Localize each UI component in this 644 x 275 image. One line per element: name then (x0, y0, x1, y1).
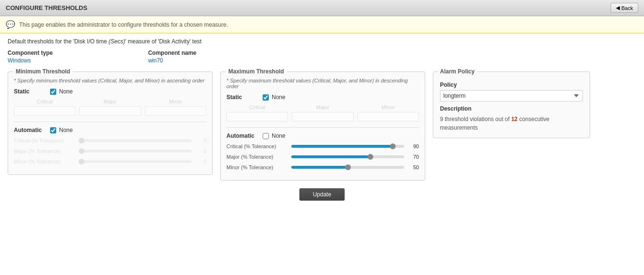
min-minor-track (79, 160, 192, 163)
page-content: Default thresholds for the 'Disk I/O tim… (0, 33, 644, 209)
alarm-policy-legend: Alarm Policy (438, 68, 477, 75)
policy-select[interactable]: longterm shortterm baseline (440, 90, 583, 102)
min-static-none-label: None (59, 88, 73, 95)
max-minor-fill (291, 166, 348, 169)
max-minor-value: 50 (407, 164, 419, 170)
min-minor-thumb[interactable] (79, 159, 84, 164)
min-auto-none-checkbox[interactable] (50, 127, 56, 133)
min-minor-col: Minor (145, 99, 206, 116)
min-static-row: Static None (14, 88, 206, 95)
max-divider (226, 127, 419, 128)
min-major-tolerance-label: Major (% Tolerance) (14, 148, 76, 154)
alarm-policy-panel: Alarm Policy Policy longterm shortterm b… (433, 71, 590, 138)
maximum-hint: * Specify maximum threshold values (Crit… (226, 78, 419, 89)
max-critical-slider[interactable] (291, 143, 404, 150)
min-minor-label: Minor (169, 99, 183, 104)
min-critical-slider-row: Critical (% Tolerance) 0 (14, 137, 206, 144)
component-type-block: Component type Windows (8, 50, 53, 64)
max-critical-thumb[interactable] (390, 143, 396, 149)
back-button[interactable]: ◀ Back (611, 3, 638, 13)
max-static-cols: Critical Major Minor (226, 104, 419, 122)
info-banner: 💬 This page enables the administrator to… (0, 16, 644, 33)
min-auto-label: Automatic (14, 127, 47, 133)
maximum-threshold-panel: Maximum Threshold * Specify maximum thre… (220, 71, 425, 181)
max-minor-col: Minor (358, 104, 419, 122)
max-major-input[interactable] (292, 112, 353, 122)
min-static-label: Static (14, 88, 47, 95)
update-button[interactable]: Update (299, 188, 345, 201)
description-highlight: 12 (511, 116, 517, 122)
min-auto-none-label: None (59, 127, 73, 133)
component-name-value: win70 (148, 57, 163, 64)
min-critical-value: 0 (194, 138, 206, 143)
component-name-block: Component name win70 (148, 50, 196, 64)
description-part1: 9 threshold violations out of (440, 116, 511, 122)
page-header: CONFIGURE THRESHOLDS ◀ Back (0, 0, 644, 16)
max-static-row: Static None (226, 94, 419, 101)
max-major-value: 70 (407, 154, 419, 160)
min-minor-input[interactable] (145, 106, 206, 116)
component-type-value: Windows (8, 57, 31, 64)
description-label: Description (440, 105, 583, 112)
min-critical-thumb[interactable] (79, 138, 84, 143)
max-major-label: Major (316, 104, 329, 110)
max-auto-none-checkbox[interactable] (263, 133, 269, 139)
policy-label: Policy (440, 81, 583, 88)
component-name-label: Component name (148, 50, 196, 56)
minimum-threshold-panel: Minimum Threshold * Specify minimum thre… (8, 71, 213, 175)
max-minor-slider[interactable] (291, 164, 404, 171)
min-critical-input[interactable] (14, 106, 75, 116)
max-major-thumb[interactable] (368, 154, 373, 160)
max-static-none-checkbox[interactable] (263, 94, 269, 101)
max-auto-label: Automatic (226, 132, 260, 139)
min-auto-sliders: Critical (% Tolerance) 0 Major (% Tolera… (14, 137, 206, 165)
min-major-slider-row: Major (% Tolerance) 0 (14, 148, 206, 154)
max-auto-none-label: None (272, 132, 286, 139)
banner-text: This page enables the administrator to c… (19, 21, 228, 28)
min-major-label: Major (103, 99, 117, 104)
min-major-input[interactable] (79, 106, 141, 116)
max-critical-input[interactable] (226, 112, 288, 122)
max-static-none-label: None (272, 94, 286, 101)
max-static-label: Static (226, 94, 260, 101)
max-minor-tolerance-label: Minor (% Tolerance) (226, 164, 288, 170)
min-critical-slider[interactable] (79, 137, 192, 144)
min-minor-tolerance-label: Minor (% Tolerance) (14, 159, 76, 164)
min-major-thumb[interactable] (79, 148, 84, 154)
max-minor-thumb[interactable] (345, 164, 351, 170)
update-row: Update (8, 181, 636, 204)
max-auto-sliders: Critical (% Tolerance) 90 Major (% Toler… (226, 143, 419, 171)
minimum-threshold-legend: Minimum Threshold (13, 68, 73, 75)
min-divider (14, 122, 206, 122)
meta-row: Component type Windows Component name wi… (8, 50, 636, 64)
panels-row: Minimum Threshold * Specify minimum thre… (8, 71, 636, 181)
min-critical-track (79, 139, 192, 142)
page-title: CONFIGURE THRESHOLDS (6, 4, 87, 11)
max-minor-slider-row: Minor (% Tolerance) 50 (226, 164, 419, 171)
max-minor-input[interactable] (358, 112, 419, 122)
alarm-description: 9 threshold violations out of 12 consecu… (440, 115, 583, 132)
max-critical-col: Critical (226, 104, 288, 122)
min-minor-value: 0 (194, 159, 206, 164)
max-critical-fill (291, 145, 393, 148)
max-auto-row: Automatic None (226, 132, 419, 139)
component-type-label: Component type (8, 50, 53, 56)
min-critical-col: Critical (14, 99, 75, 116)
min-major-track (79, 150, 192, 153)
info-icon: 💬 (6, 20, 15, 29)
min-critical-tolerance-label: Critical (% Tolerance) (14, 138, 76, 143)
min-minor-slider[interactable] (79, 158, 192, 165)
description-text: Default thresholds for the 'Disk I/O tim… (8, 38, 636, 45)
min-static-cols: Critical Major Minor (14, 99, 206, 116)
minimum-hint: * Specify minimum threshold values (Crit… (14, 78, 206, 83)
min-major-slider[interactable] (79, 148, 192, 154)
max-major-slider[interactable] (291, 153, 404, 160)
maximum-threshold-legend: Maximum Threshold (225, 68, 287, 75)
max-minor-label: Minor (382, 104, 395, 110)
max-major-tolerance-label: Major (% Tolerance) (226, 154, 288, 160)
min-major-value: 0 (194, 148, 206, 154)
max-critical-label: Critical (249, 104, 266, 110)
max-major-track (291, 155, 404, 158)
min-minor-slider-row: Minor (% Tolerance) 0 (14, 158, 206, 165)
min-static-none-checkbox[interactable] (50, 89, 56, 95)
